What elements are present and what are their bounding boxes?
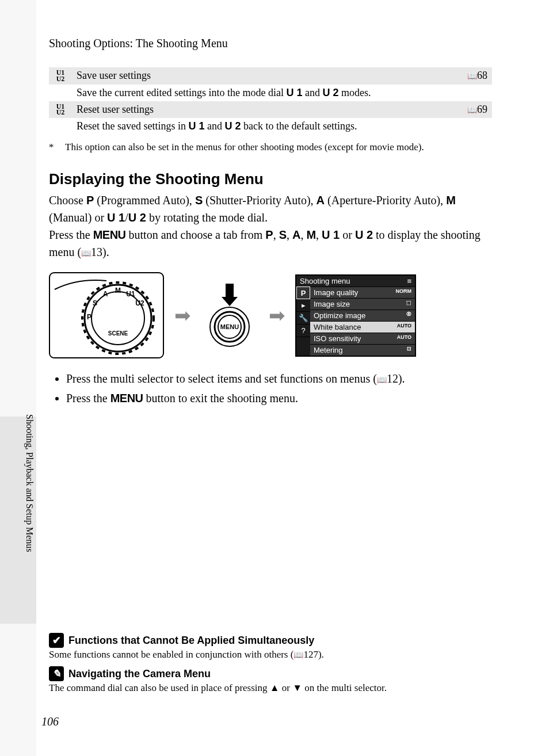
a-mode-icon: A xyxy=(317,194,325,207)
svg-text:U1: U1 xyxy=(126,290,135,298)
svg-rect-0 xyxy=(49,273,163,358)
arrow-right-icon: ➡ xyxy=(269,304,285,327)
side-tab-bar xyxy=(0,0,36,756)
svg-text:SCENE: SCENE xyxy=(108,330,128,337)
menu-screen-title: Shooting menu xyxy=(300,277,350,285)
pencil-icon: ✎ xyxy=(49,666,64,681)
options-table: U1U2 Save user settings 📖68 Save the cur… xyxy=(49,67,492,135)
s-mode-icon: S xyxy=(195,194,203,207)
svg-text:S: S xyxy=(93,299,97,307)
p-mode-icon: P xyxy=(86,194,94,207)
row-title: Save user settings xyxy=(72,67,452,85)
arrow-right-icon: ➡ xyxy=(174,304,190,327)
menu-button-illustration: MENU xyxy=(201,281,258,350)
shooting-menu-screenshot: Shooting menu ≡ P ▸ 🔧 ? Image qualityNOR… xyxy=(295,274,416,357)
side-section-label: Shooting, Playback and Setup Menus xyxy=(24,414,35,552)
note-heading: ✔ Functions that Cannot Be Applied Simul… xyxy=(49,633,492,648)
menu-tab: ▸ xyxy=(296,299,310,312)
table-row-desc: Reset the saved settings in U 1 and U 2 … xyxy=(49,118,492,135)
list-item: Press the multi selector to select items… xyxy=(66,370,492,387)
paragraph-2: Press the MENU button and choose a tab f… xyxy=(49,226,492,261)
paragraph-1: Choose P (Programmed Auto), S (Shutter-P… xyxy=(49,192,492,226)
mode-dial-illustration: M A S P U1 U2 SCENE xyxy=(49,272,164,358)
note-body: Some functions cannot be enabled in conj… xyxy=(49,649,492,660)
caution-icon: ✔ xyxy=(49,633,64,648)
illustration-row: M A S P U1 U2 SCENE ➡ MENU ➡ Shooting me… xyxy=(49,272,492,358)
svg-text:U2: U2 xyxy=(135,299,144,307)
svg-text:MENU: MENU xyxy=(220,323,239,330)
note-body: The command dial can also be used in pla… xyxy=(49,682,492,694)
menu-item-selected: White balanceAUTO xyxy=(310,321,415,333)
menu-label-icon: MENU xyxy=(93,228,126,241)
table-row: U1U2 Reset user settings 📖69 xyxy=(49,101,492,119)
menu-item: Image size⬚ xyxy=(310,298,415,310)
table-row: U1U2 Save user settings 📖68 xyxy=(49,67,492,85)
bullet-list: Press the multi selector to select items… xyxy=(66,370,492,407)
footnote: *This option can also be set in the menu… xyxy=(49,142,492,153)
svg-text:M: M xyxy=(115,287,121,295)
asterisk-icon: * xyxy=(49,142,65,153)
row-desc: Save the current edited settings into th… xyxy=(72,85,492,101)
menu-item: ISO sensitivityAUTO xyxy=(310,333,415,344)
svg-point-1 xyxy=(85,285,151,352)
section-title: Shooting Options: The Shooting Menu xyxy=(49,37,492,50)
menu-item: Optimize image⦿ xyxy=(310,310,415,321)
menu-tab: P xyxy=(296,287,310,299)
menu-item: Metering⊡ xyxy=(310,344,415,356)
list-item: Press the MENU button to exit the shooti… xyxy=(66,390,492,407)
menu-tabs: P ▸ 🔧 ? xyxy=(296,287,310,356)
row-desc: Reset the saved settings in U 1 and U 2 … xyxy=(72,118,492,135)
menu-tab: 🔧 xyxy=(296,312,310,324)
page-ref: 📖69 xyxy=(452,101,492,119)
u1-mode-icon: U 1 xyxy=(107,211,125,224)
u1u2-icon: U1U2 xyxy=(49,67,72,85)
menu-tab: ? xyxy=(296,324,310,337)
u2-mode-icon: U 2 xyxy=(128,211,146,224)
svg-text:P: P xyxy=(87,313,92,321)
m-mode-icon: M xyxy=(446,194,456,207)
page-number: 106 xyxy=(41,715,59,728)
row-title: Reset user settings xyxy=(72,101,452,119)
svg-text:A: A xyxy=(103,290,108,298)
subheading: Displaying the Shooting Menu xyxy=(49,170,492,188)
note-heading: ✎ Navigating the Camera Menu xyxy=(49,666,492,681)
table-row-desc: Save the current edited settings into th… xyxy=(49,85,492,101)
menu-label-icon: MENU xyxy=(110,392,143,404)
u1u2-icon: U1U2 xyxy=(49,101,72,119)
menu-item: Image qualityNORM xyxy=(310,287,415,298)
battery-icon: ≡ xyxy=(407,277,411,285)
page-ref: 📖68 xyxy=(452,67,492,85)
